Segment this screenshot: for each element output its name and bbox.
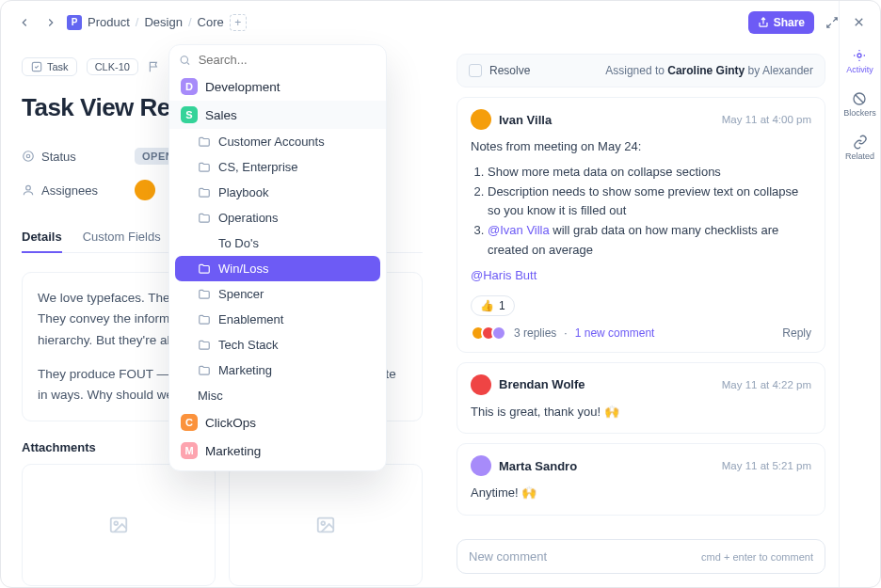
rail-blockers-label: Blockers [843, 108, 876, 118]
resolve-checkbox[interactable] [469, 64, 482, 77]
popover-search[interactable] [179, 53, 376, 67]
group-marketing[interactable]: M Marketing [169, 437, 386, 465]
sales-item-3[interactable]: Operations [169, 205, 386, 230]
resolve-bar: Resolve Assigned to Caroline Ginty by Al… [457, 54, 825, 87]
group-development-icon: D [181, 78, 198, 95]
comment-1-body: Notes from meeting on May 24: Show more … [471, 137, 811, 286]
group-clickops[interactable]: C ClickOps [169, 408, 386, 437]
comment-2-author: Brendan Wolfe [499, 377, 585, 391]
right-rail: Activity Blockers Related [839, 1, 880, 587]
mention-haris[interactable]: @Haris Butt [471, 268, 537, 282]
sales-item-0[interactable]: Customer Accounts [169, 129, 386, 154]
comment-2-body: This is great, thank you! 🙌 [471, 403, 811, 422]
svg-point-9 [114, 522, 118, 526]
reply-button[interactable]: Reply [782, 326, 811, 340]
group-clickops-icon: C [181, 414, 198, 431]
reply-avatars [471, 326, 506, 341]
breadcrumb: P Product / Design / Core + [67, 14, 247, 31]
group-sales[interactable]: S Sales [169, 101, 386, 129]
status-label: Status [41, 150, 76, 164]
sales-item-6[interactable]: Spencer [169, 281, 386, 307]
comment-2-avatar [471, 374, 491, 395]
sales-item-5[interactable]: Win/Loss [175, 256, 380, 281]
svg-point-5 [24, 151, 34, 162]
group-sales-icon: S [181, 106, 198, 123]
search-icon [179, 54, 191, 67]
comment-composer[interactable]: New comment cmd + enter to comment [457, 539, 825, 574]
comment-3-author: Marta Sandro [499, 459, 577, 473]
replies-count[interactable]: 3 replies [514, 326, 556, 340]
breadcrumb-add[interactable]: + [230, 14, 247, 31]
assignee-avatar[interactable] [135, 180, 155, 200]
svg-point-7 [26, 185, 31, 190]
share-button[interactable]: Share [748, 11, 814, 34]
svg-point-11 [321, 522, 325, 526]
sales-item-1[interactable]: CS, Enterprise [169, 154, 386, 180]
comment-1-author: Ivan Villa [499, 113, 552, 127]
group-marketing-label: Marketing [205, 444, 261, 458]
group-sales-label: Sales [205, 108, 237, 122]
comment-1-avatar [471, 109, 491, 130]
comment-3: Marta Sandro May 11 at 5:21 pm Anytime! … [457, 443, 825, 516]
task-id-chip[interactable]: CLK-10 [87, 58, 138, 75]
crumb-product[interactable]: Product [88, 15, 130, 29]
reaction-thumbs-up[interactable]: 👍 1 [471, 295, 515, 316]
flag-icon[interactable] [148, 60, 161, 73]
sales-item-4[interactable]: To Do's [169, 230, 386, 256]
crumb-core[interactable]: Core [198, 15, 224, 29]
attachment-1[interactable] [22, 464, 216, 586]
group-marketing-icon: M [181, 442, 198, 459]
resolve-label: Resolve [489, 64, 530, 77]
comment-2-time: May 11 at 4:22 pm [722, 379, 811, 390]
nav-back-button[interactable] [14, 12, 35, 33]
location-popover: D Development S Sales Customer AccountsC… [168, 44, 387, 471]
rail-related[interactable]: Related [845, 135, 874, 161]
svg-point-12 [181, 56, 187, 62]
misc-label: Misc [169, 383, 386, 408]
sales-item-2[interactable]: Playbook [169, 180, 386, 205]
comment-3-avatar [471, 455, 491, 476]
new-comment-link[interactable]: 1 new comment [575, 326, 655, 340]
comment-3-body: Anytime! 🙌 [471, 484, 811, 503]
tab-details[interactable]: Details [22, 222, 62, 253]
task-type-chip[interactable]: Task [22, 57, 77, 76]
sales-item-7[interactable]: Enablement [169, 307, 386, 332]
assignees-icon [22, 183, 35, 197]
rail-related-label: Related [845, 151, 874, 161]
assignees-label: Assignees [41, 183, 98, 198]
task-type-label: Task [47, 61, 69, 72]
comment-2: Brendan Wolfe May 11 at 4:22 pm This is … [457, 362, 825, 435]
header: P Product / Design / Core + Share [1, 1, 880, 44]
crumb-design[interactable]: Design [144, 15, 182, 29]
rail-blockers[interactable]: Blockers [843, 91, 876, 118]
sales-item-8[interactable]: Tech Stack [169, 332, 386, 358]
comment-1-time: May 11 at 4:00 pm [722, 114, 811, 125]
svg-point-6 [26, 154, 30, 158]
assigned-text: Assigned to Caroline Ginty by Alexander [605, 64, 813, 77]
mention-ivan[interactable]: @Ivan Villa [488, 223, 550, 237]
tab-custom-fields[interactable]: Custom Fields [83, 222, 161, 252]
group-development[interactable]: D Development [169, 72, 386, 101]
group-clickops-label: ClickOps [205, 416, 256, 430]
product-icon: P [67, 15, 82, 30]
sales-item-9[interactable]: Marketing [169, 358, 386, 383]
composer-hint: cmd + enter to comment [701, 551, 813, 563]
nav-forward-button[interactable] [40, 12, 61, 33]
composer-placeholder: New comment [469, 549, 547, 564]
svg-point-0 [857, 54, 861, 57]
rail-activity[interactable]: Activity [846, 48, 873, 74]
comment-1: Ivan Villa May 11 at 4:00 pm Notes from … [457, 97, 825, 353]
comment-3-time: May 11 at 5:21 pm [722, 460, 811, 471]
group-development-label: Development [205, 80, 280, 94]
share-label: Share [774, 16, 805, 29]
attachment-2[interactable] [229, 464, 423, 586]
rail-activity-label: Activity [846, 65, 873, 74]
status-icon [22, 150, 35, 163]
popover-search-input[interactable] [199, 53, 376, 67]
